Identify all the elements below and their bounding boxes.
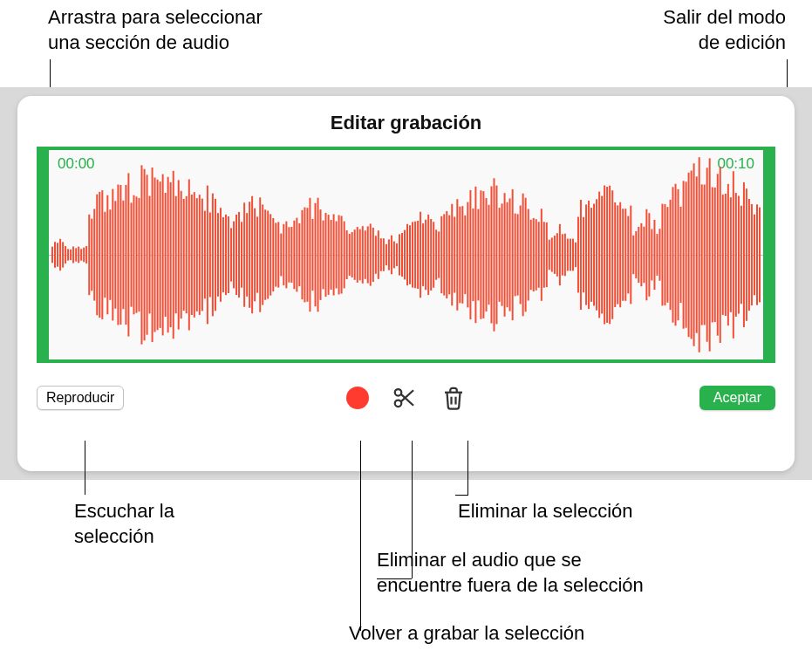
edit-panel: Editar grabación 00:00 00:10 Reproducir bbox=[17, 96, 795, 471]
callout-line bbox=[412, 441, 413, 578]
callout-line bbox=[360, 441, 361, 631]
callout-line bbox=[85, 441, 85, 495]
delete-button[interactable] bbox=[440, 385, 467, 411]
callout-line bbox=[377, 578, 412, 579]
trim-button[interactable] bbox=[392, 385, 418, 411]
play-button[interactable]: Reproducir bbox=[37, 386, 124, 410]
panel-title: Editar grabación bbox=[37, 112, 775, 134]
callout-trim-outside: Eliminar el audio que se encuentre fuera… bbox=[377, 548, 644, 598]
accept-button[interactable]: Aceptar bbox=[699, 386, 775, 410]
record-button[interactable] bbox=[346, 387, 369, 409]
callout-line bbox=[467, 441, 468, 495]
selection-handle-right[interactable] bbox=[767, 245, 772, 264]
center-controls bbox=[346, 385, 467, 411]
callout-line bbox=[455, 495, 468, 496]
callout-listen: Escuchar la selección bbox=[74, 499, 174, 549]
controls-row: Reproducir bbox=[37, 382, 775, 414]
scissors-icon bbox=[392, 385, 418, 411]
selection-handle-left[interactable] bbox=[40, 245, 45, 264]
waveform-icon bbox=[49, 150, 763, 359]
callout-rerecord: Volver a grabar la selección bbox=[349, 621, 584, 647]
trash-icon bbox=[440, 385, 467, 411]
waveform-selection-area[interactable]: 00:00 00:10 bbox=[37, 147, 775, 363]
callout-drag-select: Arrastra para seleccionar una sección de… bbox=[48, 5, 263, 55]
callout-delete: Eliminar la selección bbox=[458, 499, 633, 524]
callout-exit-edit: Salir del modo de edición bbox=[663, 5, 786, 55]
